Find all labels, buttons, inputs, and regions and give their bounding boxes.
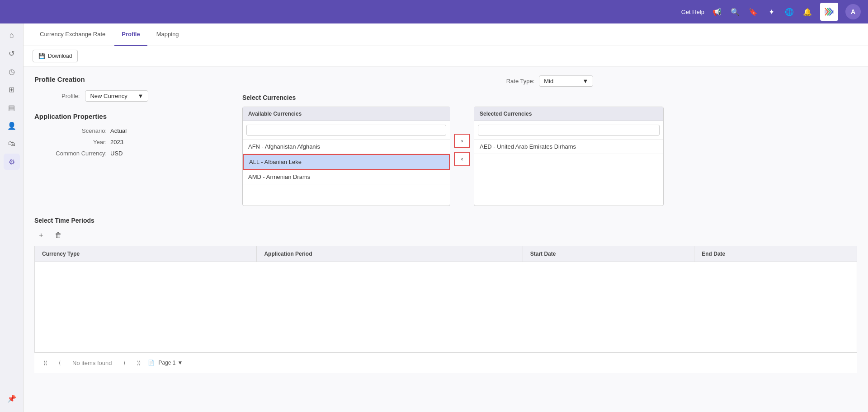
announcement-icon[interactable]: 📢 — [712, 8, 722, 16]
currency-value: USD — [110, 150, 123, 157]
sidebar-item-settings[interactable]: ⚙ — [4, 154, 20, 170]
app-properties-title: Application Properties — [34, 112, 242, 120]
time-icon: ◷ — [9, 67, 15, 76]
settings-icon: ⚙ — [9, 158, 15, 166]
compass-icon[interactable]: ✦ — [766, 8, 777, 16]
globe-icon[interactable]: 🌐 — [784, 8, 795, 16]
no-items-label: No items found — [69, 360, 115, 366]
user-icon: 👤 — [7, 122, 16, 130]
currency-label: Common Currency: — [43, 150, 107, 157]
sidebar-item-refresh[interactable]: ↺ — [4, 45, 20, 61]
col-start-date: Start Date — [523, 246, 694, 262]
currencies-layout: Available Currencies AFN - Afghanistan A… — [242, 107, 857, 206]
page-label: Page 1 — [158, 360, 175, 366]
list-item-afn[interactable]: AFN - Afghanistan Afghanis — [243, 140, 450, 154]
tab-bar: Currency Exchange Rate Profile Mapping — [24, 23, 868, 46]
transfer-buttons: › ‹ — [454, 107, 470, 166]
download-button[interactable]: 💾 Download — [33, 50, 78, 62]
add-period-button[interactable]: + — [34, 229, 48, 242]
main-layout: ⌂ ↺ ◷ ⊞ ▤ 👤 🛍 ⚙ 📌 — [0, 23, 868, 412]
move-right-button[interactable]: › — [454, 134, 470, 148]
scenario-label: Scenario: — [43, 127, 107, 134]
tab-profile[interactable]: Profile — [114, 23, 147, 46]
dropdown-chevron-icon: ▼ — [138, 93, 144, 99]
profile-creation-title: Profile Creation — [34, 75, 242, 83]
time-periods-toolbar: + 🗑 — [34, 229, 857, 242]
tab-mapping[interactable]: Mapping — [149, 23, 186, 46]
pagination: ⟨⟨ ⟨ No items found ⟩ ⟩⟩ 📄 Page 1 ▼ — [34, 352, 857, 373]
selected-currencies-panel: Selected Currencies AED - United Arab Em… — [474, 107, 664, 206]
available-search-container — [243, 121, 450, 140]
page-info: Page 1 ▼ — [158, 360, 183, 366]
profile-label: Profile: — [61, 93, 80, 99]
selected-currencies-header: Selected Currencies — [474, 107, 663, 121]
sidebar-item-bag[interactable]: 🛍 — [4, 136, 20, 152]
tab-currency-exchange-rate[interactable]: Currency Exchange Rate — [33, 23, 113, 46]
bag-icon: 🛍 — [8, 140, 15, 148]
time-periods-title: Select Time Periods — [34, 217, 857, 224]
bell-icon[interactable]: 🔔 — [802, 8, 813, 16]
available-currencies-panel: Available Currencies AFN - Afghanistan A… — [242, 107, 450, 206]
delete-period-button[interactable]: 🗑 — [52, 229, 65, 242]
sidebar-item-pin[interactable]: 📌 — [4, 390, 20, 407]
sidebar-item-grid[interactable]: ⊞ — [4, 81, 20, 98]
search-icon[interactable]: 🔍 — [730, 8, 741, 16]
page-content: Profile Creation Profile: New Currency ▼… — [24, 66, 868, 412]
profile-page-layout: Profile Creation Profile: New Currency ▼… — [34, 75, 857, 206]
rate-type-row: Rate Type: Mid ▼ — [242, 75, 857, 87]
available-currencies-search[interactable] — [246, 125, 446, 136]
profile-dropdown[interactable]: New Currency ▼ — [85, 90, 148, 102]
available-currencies-header: Available Currencies — [243, 107, 450, 121]
sidebar-item-time[interactable]: ◷ — [4, 63, 20, 80]
rate-type-chevron-icon: ▼ — [582, 78, 588, 84]
time-periods-table: Currency Type Application Period Start D… — [34, 246, 857, 352]
refresh-icon: ↺ — [9, 49, 14, 58]
currencies-section-title: Select Currencies — [242, 94, 857, 101]
selected-currencies-search[interactable] — [478, 125, 660, 136]
rate-type-dropdown[interactable]: Mid ▼ — [539, 75, 593, 87]
rate-type-value: Mid — [544, 78, 553, 84]
year-value: 2023 — [110, 139, 123, 145]
empty-row — [35, 262, 857, 352]
col-currency-type: Currency Type — [35, 246, 257, 262]
next-page-button[interactable]: ⟩ — [119, 357, 130, 368]
top-header: Get Help 📢 🔍 🔖 ✦ 🌐 🔔 A — [0, 0, 868, 23]
rate-type-label: Rate Type: — [506, 78, 535, 84]
home-icon: ⌂ — [9, 31, 14, 39]
scenario-row: Scenario: Actual — [34, 127, 242, 134]
list-item-all[interactable]: ALL - Albanian Leke — [243, 154, 450, 170]
year-row: Year: 2023 — [34, 139, 242, 145]
sidebar-item-user[interactable]: 👤 — [4, 117, 20, 134]
grid-icon: ⊞ — [9, 85, 14, 94]
page-dropdown-icon[interactable]: ▼ — [177, 360, 183, 366]
sidebar-item-home[interactable]: ⌂ — [4, 27, 20, 43]
save-icon: 💾 — [38, 53, 45, 59]
chart-icon: ▤ — [8, 103, 15, 112]
user-avatar[interactable]: A — [845, 4, 861, 19]
scenario-value: Actual — [110, 127, 127, 134]
sidebar: ⌂ ↺ ◷ ⊞ ▤ 👤 🛍 ⚙ 📌 — [0, 23, 24, 412]
pin-icon: 📌 — [7, 394, 16, 403]
bookmark-icon[interactable]: 🔖 — [748, 8, 759, 16]
profile-row: Profile: New Currency ▼ — [34, 90, 242, 102]
last-page-button[interactable]: ⟩⟩ — [133, 357, 144, 368]
col-end-date: End Date — [694, 246, 857, 262]
logo-button[interactable] — [820, 3, 838, 21]
year-label: Year: — [43, 139, 107, 145]
app-properties: Application Properties Scenario: Actual … — [34, 112, 242, 157]
profile-dropdown-value: New Currency — [90, 93, 127, 99]
list-item-aed[interactable]: AED - United Arab Emirates Dirhams — [474, 140, 663, 154]
prev-page-button[interactable]: ⟨ — [54, 357, 65, 368]
right-panel: Rate Type: Mid ▼ Select Currencies Avai — [242, 75, 857, 206]
toolbar: 💾 Download — [24, 46, 868, 66]
currencies-section: Select Currencies Available Currencies A… — [242, 94, 857, 206]
page-icon: 📄 — [148, 360, 155, 366]
first-page-button[interactable]: ⟨⟨ — [40, 357, 51, 368]
get-help-link[interactable]: Get Help — [681, 9, 704, 15]
move-left-button[interactable]: ‹ — [454, 152, 470, 166]
left-panel: Profile Creation Profile: New Currency ▼… — [34, 75, 242, 206]
sidebar-item-chart[interactable]: ▤ — [4, 99, 20, 116]
currency-row: Common Currency: USD — [34, 150, 242, 157]
list-item-amd[interactable]: AMD - Armenian Drams — [243, 170, 450, 184]
time-periods-section: Select Time Periods + 🗑 Currency Type Ap… — [34, 217, 857, 373]
